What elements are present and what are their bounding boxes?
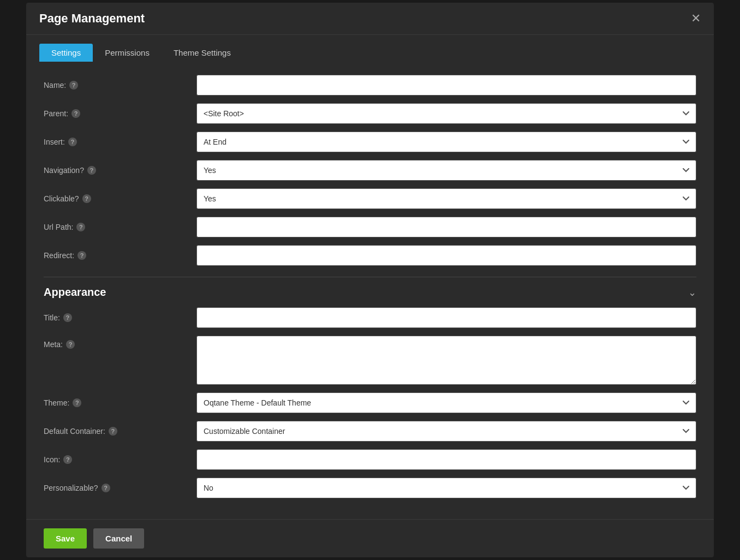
meta-help-icon: ? — [66, 340, 75, 349]
name-label: Name: ? — [44, 81, 196, 90]
page-management-modal: Page Management ✕ Settings Permissions T… — [26, 3, 714, 557]
close-button[interactable]: ✕ — [691, 13, 701, 25]
appearance-title: Appearance — [44, 286, 106, 299]
parent-help-icon: ? — [71, 109, 80, 118]
tab-bar: Settings Permissions Theme Settings — [26, 35, 714, 62]
insert-label: Insert: ? — [44, 138, 196, 146]
redirect-row: Redirect: ? — [44, 245, 696, 266]
modal-footer: Save Cancel — [26, 519, 714, 557]
theme-help-icon: ? — [73, 398, 81, 407]
navigation-select[interactable]: Yes — [196, 160, 696, 181]
parent-select[interactable]: <Site Root> — [196, 103, 696, 124]
cancel-button[interactable]: Cancel — [93, 528, 144, 549]
clickable-label: Clickable? ? — [44, 194, 196, 203]
theme-select[interactable]: Oqtane Theme - Default Theme — [196, 392, 696, 413]
insert-row: Insert: ? At End — [44, 132, 696, 152]
parent-row: Parent: ? <Site Root> — [44, 103, 696, 124]
insert-select[interactable]: At End — [196, 132, 696, 152]
clickable-row: Clickable? ? Yes — [44, 188, 696, 209]
save-button[interactable]: Save — [44, 528, 87, 549]
personalizable-label: Personalizable? ? — [44, 484, 196, 492]
url-path-label: Url Path: ? — [44, 223, 196, 231]
icon-input[interactable] — [196, 449, 696, 470]
clickable-select[interactable]: Yes — [196, 188, 696, 209]
insert-help-icon: ? — [68, 138, 77, 146]
tab-theme-settings[interactable]: Theme Settings — [162, 44, 243, 62]
appearance-toggle-icon[interactable]: ⌄ — [688, 287, 696, 299]
default-container-select[interactable]: Customizable Container — [196, 421, 696, 442]
clickable-help-icon: ? — [82, 194, 91, 203]
modal-title: Page Management — [39, 11, 145, 26]
name-help-icon: ? — [69, 81, 78, 90]
tab-settings[interactable]: Settings — [39, 44, 93, 62]
url-path-input[interactable] — [196, 217, 696, 237]
default-container-row: Default Container: ? Customizable Contai… — [44, 421, 696, 442]
navigation-row: Navigation? ? Yes — [44, 160, 696, 181]
tab-permissions[interactable]: Permissions — [93, 44, 162, 62]
url-path-help-icon: ? — [76, 223, 85, 231]
title-input[interactable] — [196, 307, 696, 328]
title-row: Title: ? — [44, 307, 696, 328]
personalizable-row: Personalizable? ? No — [44, 478, 696, 498]
name-row: Name: ? — [44, 75, 696, 96]
parent-label: Parent: ? — [44, 109, 196, 118]
navigation-help-icon: ? — [87, 166, 96, 175]
redirect-label: Redirect: ? — [44, 251, 196, 260]
appearance-section-header: Appearance ⌄ — [44, 277, 696, 299]
redirect-help-icon: ? — [77, 251, 86, 260]
url-path-row: Url Path: ? — [44, 217, 696, 237]
default-container-help-icon: ? — [109, 427, 117, 436]
modal-body: Name: ? Parent: ? <Site Root> Insert: ? … — [26, 62, 714, 519]
meta-row: Meta: ? — [44, 336, 696, 385]
title-help-icon: ? — [63, 313, 72, 322]
redirect-input[interactable] — [196, 245, 696, 266]
navigation-label: Navigation? ? — [44, 166, 196, 175]
personalizable-select[interactable]: No — [196, 478, 696, 498]
theme-label: Theme: ? — [44, 398, 196, 407]
meta-textarea[interactable] — [196, 336, 696, 385]
icon-label: Icon: ? — [44, 455, 196, 464]
name-input[interactable] — [196, 75, 696, 96]
personalizable-help-icon: ? — [102, 484, 110, 492]
theme-row: Theme: ? Oqtane Theme - Default Theme — [44, 392, 696, 413]
icon-row: Icon: ? — [44, 449, 696, 470]
icon-help-icon: ? — [63, 455, 72, 464]
modal-header: Page Management ✕ — [26, 3, 714, 35]
meta-label: Meta: ? — [44, 336, 196, 349]
default-container-label: Default Container: ? — [44, 427, 196, 436]
title-label: Title: ? — [44, 313, 196, 322]
